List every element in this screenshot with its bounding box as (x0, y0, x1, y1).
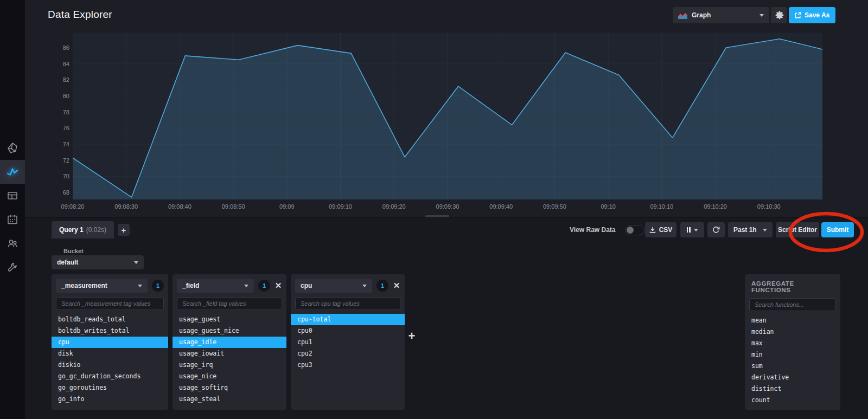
list-item[interactable]: usage_softirq (173, 382, 286, 394)
sidebar-item-organizations[interactable] (0, 231, 25, 255)
tag-value-search-input[interactable] (177, 297, 282, 310)
y-axis-label: 80 (50, 93, 69, 99)
chevron-down-icon (134, 261, 138, 264)
x-axis-label: 09:08:50 (214, 203, 252, 210)
list-item[interactable]: go_goroutines (52, 382, 168, 394)
refresh-button[interactable] (707, 222, 725, 237)
bucket-dropdown[interactable]: default (52, 255, 144, 269)
aggregate-functions-title: AGGREGATE FUNCTIONS (745, 280, 840, 293)
list-item[interactable]: boltdb_writes_total (52, 325, 168, 337)
chevron-down-icon (760, 14, 764, 17)
x-axis-label: 09:09:50 (535, 203, 573, 210)
list-item[interactable]: sum (745, 360, 840, 372)
chevron-down-icon (244, 285, 248, 287)
list-item[interactable]: go_gc_duration_seconds (52, 371, 168, 382)
list-item[interactable]: cpu3 (291, 359, 405, 371)
download-csv-button[interactable]: CSV (645, 222, 676, 237)
list-item[interactable]: usage_irq (173, 359, 286, 371)
view-raw-data-toggle[interactable] (625, 225, 644, 235)
tag-key-dropdown[interactable]: _field (177, 279, 254, 293)
list-item[interactable]: median (745, 326, 840, 338)
list-item[interactable]: distinct (745, 383, 840, 395)
x-axis-label: 09:08:40 (161, 203, 199, 210)
y-axis-label: 70 (50, 173, 69, 179)
y-axis-label: 72 (50, 157, 69, 164)
selected-count-badge: 1 (152, 280, 164, 292)
tag-key-dropdown[interactable]: cpu (295, 279, 372, 293)
visualization-type-dropdown[interactable]: Graph (673, 7, 769, 23)
list-item[interactable]: cpu-total (291, 314, 405, 325)
list-item[interactable]: diskio (52, 359, 168, 371)
users-icon (7, 237, 18, 249)
viz-graph-icon (678, 12, 687, 19)
sidebar-item-tasks[interactable] (0, 208, 25, 231)
pause-button[interactable] (680, 222, 704, 237)
tag-card-measurement: _measurement 1 boltdb_reads_totalboltdb_… (52, 274, 168, 410)
save-as-label: Save As (805, 11, 829, 19)
list-item[interactable]: disk (52, 348, 168, 359)
list-item[interactable]: usage_idle (173, 337, 286, 348)
sidebar-item-settings[interactable] (0, 255, 25, 279)
add-tag-card-button[interactable]: + (405, 329, 419, 343)
tag-key-dropdown[interactable]: _measurement (56, 279, 148, 293)
pause-icon (687, 227, 691, 233)
list-item[interactable]: go_info (52, 394, 168, 405)
query-tab[interactable]: Query 1 (0.02s) (52, 221, 114, 238)
function-search-input[interactable] (749, 298, 836, 311)
submit-button[interactable]: Submit (821, 222, 854, 237)
y-axis-label: 74 (50, 141, 69, 147)
list-item[interactable]: usage_guest_nice (173, 325, 286, 337)
graph-line-icon (6, 166, 19, 178)
time-series-chart[interactable] (73, 33, 822, 199)
list-item[interactable]: usage_steal (173, 394, 286, 405)
save-as-button[interactable]: Save As (789, 7, 835, 23)
csv-label: CSV (659, 226, 673, 234)
y-axis-label: 86 (50, 44, 69, 51)
script-editor-label: Script Editor (778, 226, 817, 234)
list-item[interactable]: count (745, 395, 840, 406)
time-range-label: Past 1h (733, 226, 757, 234)
selected-count-badge: 1 (258, 280, 270, 292)
list-item[interactable]: cpu0 (291, 325, 405, 337)
time-range-dropdown[interactable]: Past 1h (728, 222, 773, 237)
aggregate-functions-panel: AGGREGATE FUNCTIONS meanmedianmaxminsumd… (745, 274, 840, 410)
calendar-icon (7, 214, 18, 225)
close-icon[interactable]: ✕ (275, 281, 282, 291)
sidebar-item-data-explorer[interactable] (0, 160, 25, 184)
wrench-icon (7, 261, 18, 273)
export-icon (795, 12, 801, 18)
list-item[interactable]: min (745, 349, 840, 360)
list-item[interactable]: boltdb_reads_total (52, 314, 168, 325)
list-item[interactable]: max (745, 338, 840, 349)
y-axis-label: 78 (50, 109, 69, 115)
x-axis-label: 09:10:20 (697, 203, 735, 210)
list-item[interactable]: cpu (52, 337, 168, 348)
list-item[interactable]: usage_iowait (173, 348, 286, 359)
influxdb-logo-icon (7, 142, 18, 154)
x-axis-label: 09:10:10 (643, 203, 681, 210)
list-item[interactable]: derivative (745, 372, 840, 383)
script-editor-button[interactable]: Script Editor (776, 222, 819, 237)
tag-key-label: cpu (301, 282, 312, 289)
x-axis-label: 09:09:10 (322, 203, 360, 210)
tag-key-label: _field (182, 282, 199, 289)
submit-label: Submit (827, 226, 849, 234)
y-axis-label: 84 (50, 61, 69, 67)
list-item[interactable]: cpu1 (291, 337, 405, 348)
toggle-knob (627, 227, 634, 234)
list-item[interactable]: mean (745, 315, 840, 326)
list-item[interactable]: cpu2 (291, 348, 405, 359)
close-icon[interactable]: ✕ (393, 281, 400, 291)
list-item[interactable]: usage_guest (173, 314, 286, 325)
query-tab-name: Query 1 (59, 226, 84, 234)
list-item[interactable]: usage_nice (173, 371, 286, 382)
sidebar-item-dashboards[interactable] (0, 184, 25, 208)
tag-card-cpu: cpu 1 ✕ cpu-totalcpu0cpu1cpu2cpu3 (291, 274, 405, 410)
add-query-tab-button[interactable]: + (118, 224, 130, 236)
page-title: Data Explorer (48, 9, 112, 21)
dashboards-icon (7, 190, 18, 202)
tag-value-search-input[interactable] (56, 297, 164, 310)
graph-options-button[interactable] (771, 7, 787, 23)
sidebar-item-logo[interactable] (0, 136, 25, 160)
tag-value-search-input[interactable] (295, 297, 400, 310)
